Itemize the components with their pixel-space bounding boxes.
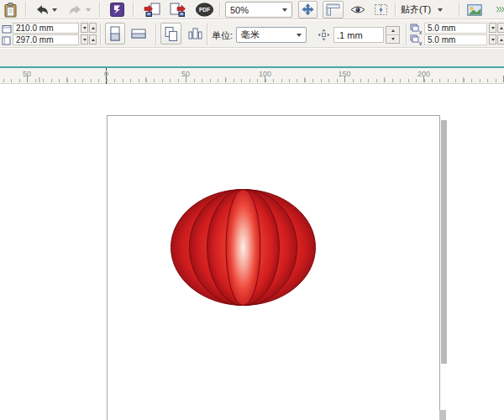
undo-button[interactable]: [34, 2, 50, 18]
separator: [395, 2, 396, 17]
grid-eye-icon: [350, 4, 365, 15]
pdf-badge-text: PDF: [199, 7, 210, 13]
corel-connect-icon: [110, 3, 124, 17]
paper-width-icon: [2, 24, 12, 34]
nudge-offset-icon: [317, 28, 330, 41]
import-button[interactable]: [143, 2, 161, 18]
show-rulers-button[interactable]: [323, 1, 344, 18]
toolbar-gap-strip: [0, 49, 504, 66]
clipped-toolbar-button[interactable]: [496, 2, 504, 18]
options-button[interactable]: [466, 2, 483, 18]
show-grid-button[interactable]: [347, 1, 368, 18]
spin-up-button[interactable]: [497, 34, 504, 45]
triangle-up-icon: [92, 39, 95, 41]
page-shadow-fragment: [439, 410, 446, 420]
spin-down-button[interactable]: [489, 23, 496, 33]
nudge-offset-value: .1 mm: [337, 30, 363, 40]
triangle-down-icon: [391, 38, 395, 40]
triangle-down-icon: [491, 39, 495, 41]
all-pages-icon: [164, 26, 178, 41]
separator: [406, 24, 407, 45]
fullscreen-preview-icon: [302, 3, 314, 16]
spin-up-button[interactable]: [497, 23, 504, 33]
rulers-icon: [326, 3, 340, 16]
separator: [99, 2, 100, 17]
import-icon: [144, 3, 160, 17]
redo-icon: [68, 3, 83, 17]
duplicate-x-spinner: [489, 23, 504, 33]
triangle-down-icon: [491, 27, 495, 29]
pdf-icon: PDF: [196, 3, 213, 17]
snap-to-dropdown[interactable]: 贴齐(T): [401, 2, 453, 18]
ruler-cursor-indicator: [106, 68, 107, 84]
zoom-level-value: 50%: [230, 5, 249, 15]
separator: [207, 24, 207, 45]
redo-button[interactable]: [67, 2, 83, 18]
spin-up-button[interactable]: [386, 27, 399, 34]
separator: [155, 24, 156, 45]
undo-icon: [34, 3, 50, 17]
duplicate-y-field[interactable]: 5.0 mm: [424, 34, 487, 45]
separator: [100, 24, 101, 45]
nudge-offset-field[interactable]: .1 mm: [333, 27, 384, 43]
red-lantern-artwork[interactable]: [170, 188, 317, 307]
redo-dropdown[interactable]: [84, 7, 92, 13]
paste-button[interactable]: [3, 2, 18, 18]
triangle-up-icon: [92, 27, 95, 29]
duplicate-y-icon: y: [410, 34, 423, 45]
spin-up-button[interactable]: [89, 23, 97, 33]
clipped-icon: [496, 3, 504, 16]
fullscreen-preview-button[interactable]: [298, 1, 318, 18]
spin-down-button[interactable]: [386, 34, 399, 42]
chevron-down-icon: [282, 8, 287, 12]
paper-width-spinner: [81, 23, 97, 33]
horizontal-ruler[interactable]: 50 0 50 100 150 200: [0, 66, 504, 84]
zoom-level-combobox[interactable]: 50%: [225, 2, 292, 18]
publish-pdf-button[interactable]: PDF: [195, 2, 213, 18]
duplicate-y-value: 5.0 mm: [428, 35, 455, 45]
ruler-major-ticks: [0, 76, 504, 82]
triangle-down-icon: [83, 27, 87, 29]
duplicate-x-value: 5.0 mm: [428, 24, 455, 33]
chevron-down-icon: [297, 34, 302, 37]
triangle-up-icon: [391, 29, 395, 32]
coreldraw-window: PDF 50%: [0, 0, 504, 420]
duplicate-x-field[interactable]: 5.0 mm: [424, 23, 487, 34]
paper-height-spinner: [81, 34, 97, 45]
triangle-up-icon: [500, 39, 503, 41]
separator: [459, 2, 459, 17]
spin-up-button[interactable]: [89, 34, 97, 45]
spin-down-button[interactable]: [489, 34, 496, 45]
chevron-down-icon: [438, 8, 443, 12]
landscape-button[interactable]: [129, 23, 149, 45]
export-icon: [170, 3, 186, 17]
paper-height-value: 297.0 mm: [16, 35, 53, 45]
spin-down-button[interactable]: [81, 23, 88, 33]
current-page-button[interactable]: [185, 23, 206, 45]
paper-height-field[interactable]: 297.0 mm: [13, 34, 79, 45]
duplicate-x-icon: x: [410, 24, 423, 34]
ruler-accent-line: [0, 66, 504, 68]
search-content-button[interactable]: [109, 2, 125, 18]
show-guidelines-button[interactable]: [370, 1, 391, 18]
paper-height-icon: [2, 35, 12, 45]
export-button[interactable]: [169, 2, 187, 18]
all-pages-button[interactable]: [160, 23, 181, 45]
units-combobox[interactable]: 毫米: [236, 27, 307, 43]
guidelines-icon: [374, 3, 388, 16]
units-value: 毫米: [241, 29, 260, 41]
options-icon: [467, 4, 482, 16]
chevron-down-icon: [86, 8, 91, 12]
duplicate-y-sub: y: [419, 40, 423, 46]
separator: [133, 2, 134, 17]
duplicate-y-spinner: [489, 34, 504, 45]
lantern-segment-center: [226, 190, 260, 306]
undo-dropdown[interactable]: [50, 7, 58, 13]
spin-down-button[interactable]: [81, 34, 88, 45]
landscape-icon: [131, 29, 146, 39]
chevron-down-icon: [52, 8, 57, 12]
page-shadow: [441, 120, 447, 364]
drawing-canvas[interactable]: [0, 84, 504, 420]
paper-width-field[interactable]: 210.0 mm: [13, 23, 79, 34]
portrait-button[interactable]: [105, 23, 125, 45]
